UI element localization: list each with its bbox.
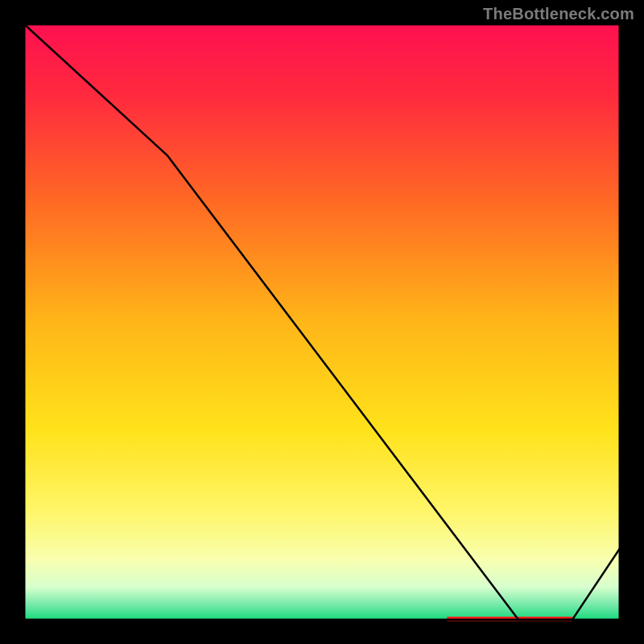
chart-frame: TheBottleneck.com [0, 0, 644, 644]
bottleneck-chart [0, 0, 644, 644]
watermark-label: TheBottleneck.com [483, 5, 634, 23]
gradient-background [24, 24, 620, 620]
